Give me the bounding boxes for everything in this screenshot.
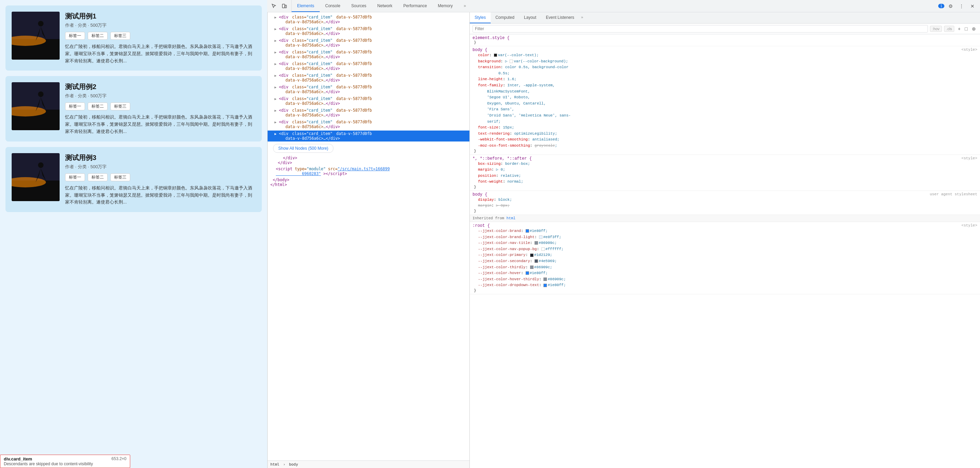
toggle-classes-button[interactable]: □: [964, 25, 969, 32]
element-tree-item[interactable]: ▶ <div class="card_item" data-v-5877d0fb…: [267, 25, 469, 37]
style-selector[interactable]: :root {: [473, 223, 490, 228]
card-title-2: 测试用例2: [65, 82, 256, 91]
card-tag[interactable]: 标签三: [110, 102, 130, 110]
card-item-3[interactable]: 测试用例3 作者 · 分类 · 500万字 标签一标签二标签三 忆在广陵初，移船…: [5, 147, 262, 212]
tab-network[interactable]: Network: [372, 0, 398, 12]
element-close: </div>: [326, 19, 340, 24]
tab-memory[interactable]: Memory: [433, 0, 458, 12]
filter-hint-hov[interactable]: :hov: [930, 26, 942, 32]
element-tree-item[interactable]: ▶ <div class="card_item" data-v-5877d0fb…: [267, 107, 469, 119]
element-close: </div>: [326, 31, 340, 36]
element-row-line1[interactable]: ▶ <div class="card_item" data-v-5877d0fb: [267, 131, 469, 136]
device-toolbar-button[interactable]: [280, 2, 289, 11]
element-row-line2[interactable]: data-v-8d756a6c>…</div>: [267, 136, 469, 142]
new-style-rule-button[interactable]: ⊕: [970, 25, 977, 32]
breadcrumb-html[interactable]: html: [270, 462, 280, 466]
inherited-from-link[interactable]: html: [506, 216, 515, 220]
filter-hint-cls[interactable]: .cls: [944, 26, 955, 32]
element-tree-item[interactable]: ▶ <div class="card_item" data-v-5877d0fb…: [267, 14, 469, 25]
element-row-line2[interactable]: data-v-8d756a6c>…</div>: [267, 89, 469, 95]
element-row-line2[interactable]: data-v-8d756a6c>…</div>: [267, 66, 469, 72]
element-class-attr: class=: [292, 108, 307, 113]
tab-elements[interactable]: Elements: [291, 0, 320, 12]
element-row-line1[interactable]: ▶ <div class="card_item" data-v-5877d0fb: [267, 84, 469, 89]
element-class-attr: class=: [292, 73, 307, 78]
subtab-more[interactable]: »: [579, 12, 585, 23]
element-close: </div>: [326, 78, 340, 83]
css-var-value: #e8f3ff;: [543, 235, 561, 239]
card-tag[interactable]: 标签二: [88, 174, 108, 181]
element-row-line2[interactable]: data-v-8d756a6c>…</div>: [267, 124, 469, 130]
prop-name: position: [478, 174, 496, 178]
element-row-line2[interactable]: data-v-8d756a6c>…</div>: [267, 54, 469, 60]
element-tree-item[interactable]: ▶ <div class="card_item" data-v-5877d0fb…: [267, 49, 469, 60]
style-property: -webkit-font-smoothing: antialiased;: [473, 137, 977, 143]
element-tree-item[interactable]: ▶ <div class="card_item" data-v-5877d0fb…: [267, 60, 469, 72]
card-item-2[interactable]: 测试用例2 作者 · 分类 · 500万字 标签一标签二标签三 忆在广陵初，移船…: [5, 76, 262, 141]
element-row-line1[interactable]: ▶ <div class="card_item" data-v-5877d0fb: [267, 72, 469, 78]
element-tree-item[interactable]: ▶ <div class="card_item" data-v-5877d0fb…: [267, 37, 469, 49]
add-style-rule-button[interactable]: +: [956, 25, 962, 32]
card-tag[interactable]: 标签一: [65, 102, 85, 110]
style-property: font-weight: normal;: [473, 179, 977, 185]
element-row-line1[interactable]: ▶ <div class="card_item" data-v-5877d0fb: [267, 14, 469, 19]
element-row-line1[interactable]: ▶ <div class="card_item" data-v-5877d0fb: [267, 119, 469, 124]
subtab-computed[interactable]: Computed: [491, 12, 519, 23]
element-class-val: "card_item": [306, 131, 332, 136]
card-item-1[interactable]: 测试用例1 作者 · 分类 · 500万字 标签一标签二标签三 忆在广陵初，移船…: [5, 5, 262, 70]
element-datav2-attr: data-v-8d756a6c>: [285, 78, 323, 83]
inherited-header: Inherited from html: [470, 215, 980, 222]
tab-more[interactable]: »: [458, 0, 471, 12]
card-tag[interactable]: 标签一: [65, 174, 85, 181]
more-options-button[interactable]: ⋮: [957, 2, 966, 11]
style-selector[interactable]: *, *::before, *::after {: [473, 156, 532, 161]
settings-button[interactable]: ⚙: [946, 2, 955, 11]
style-selector[interactable]: body {: [473, 48, 487, 53]
element-tag-open: <div: [279, 108, 288, 113]
element-tree-item[interactable]: ▶ <div class="card_item" data-v-5877d0fb…: [267, 130, 469, 142]
css-var-value: #1e80ff;: [547, 283, 566, 287]
element-row-line2[interactable]: data-v-8d756a6c>…</div>: [267, 113, 469, 118]
card-tag[interactable]: 标签二: [88, 32, 108, 40]
devtools-header: Elements Console Sources Network Perform…: [267, 0, 980, 12]
element-tree-item[interactable]: ▶ <div class="card_item" data-v-5877d0fb…: [267, 72, 469, 84]
breadcrumb-body[interactable]: body: [289, 462, 298, 466]
card-tag[interactable]: 标签一: [65, 32, 85, 40]
element-row-line2[interactable]: data-v-8d756a6c>…</div>: [267, 19, 469, 25]
tab-console[interactable]: Console: [320, 0, 346, 12]
element-row-line1[interactable]: ▶ <div class="card_item" data-v-5877d0fb: [267, 96, 469, 101]
element-tree-item[interactable]: ▶ <div class="card_item" data-v-5877d0fb…: [267, 119, 469, 130]
css-var-name: --jjext-color-primary: [478, 253, 526, 257]
tab-performance[interactable]: Performance: [398, 0, 433, 12]
subtab-styles[interactable]: Styles: [470, 12, 491, 23]
style-rule-header: element.style {: [473, 36, 977, 40]
subtab-event-listeners[interactable]: Event Listeners: [541, 12, 579, 23]
element-row-line1[interactable]: ▶ <div class="card_item" data-v-5877d0fb: [267, 60, 469, 66]
element-close: </div>: [326, 54, 340, 59]
element-row-line2[interactable]: data-v-8d756a6c>…</div>: [267, 101, 469, 107]
element-row-line1[interactable]: ▶ <div class="card_item" data-v-5877d0fb: [267, 37, 469, 43]
tab-sources[interactable]: Sources: [346, 0, 372, 12]
element-row-line2[interactable]: data-v-8d756a6c>…</div>: [267, 43, 469, 48]
element-tree-item[interactable]: ▶ <div class="card_item" data-v-5877d0fb…: [267, 95, 469, 107]
close-devtools-button[interactable]: ✕: [968, 2, 977, 11]
style-selector[interactable]: element.style {: [473, 36, 509, 40]
element-row-line2[interactable]: data-v-8d756a6c>…</div>: [267, 78, 469, 83]
element-toggle-8: ▶: [274, 108, 277, 112]
card-tag[interactable]: 标签三: [110, 32, 130, 40]
element-row-line1[interactable]: ▶ <div class="card_item" data-v-5877d0fb: [267, 49, 469, 54]
element-row-line2[interactable]: data-v-8d756a6c>…</div>: [267, 31, 469, 37]
card-tag[interactable]: 标签二: [88, 102, 108, 110]
css-var-name: --jjext-color-brand: [478, 229, 521, 233]
element-datav2-attr: data-v-8d756a6c>: [285, 89, 323, 94]
element-row-line1[interactable]: ▶ <div class="card_item" data-v-5877d0fb: [267, 107, 469, 113]
element-tree-item[interactable]: ▶ <div class="card_item" data-v-5877d0fb…: [267, 84, 469, 95]
element-row-line1[interactable]: ▶ <div class="card_item" data-v-5877d0fb: [267, 26, 469, 31]
style-selector[interactable]: body {: [473, 192, 487, 197]
subtab-layout[interactable]: Layout: [519, 12, 541, 23]
inspect-element-button[interactable]: [269, 2, 279, 11]
styles-filter-input[interactable]: [473, 25, 928, 33]
card-tag[interactable]: 标签三: [110, 174, 130, 181]
show-all-nodes-button[interactable]: Show All Nodes (500 More): [273, 144, 333, 153]
css-var-name: --jjext-color-nav-popup-bg: [478, 247, 537, 251]
